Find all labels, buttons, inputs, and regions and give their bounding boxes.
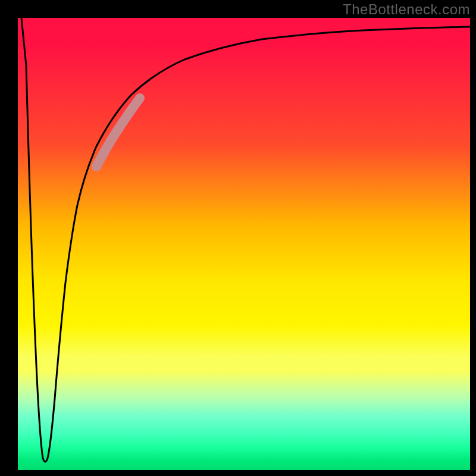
plot-area: [18, 18, 470, 470]
bottleneck-curve: [21, 18, 470, 462]
chart-frame: TheBottleneck.com: [0, 0, 476, 476]
watermark-text: TheBottleneck.com: [343, 1, 470, 18]
curve-layer: [18, 18, 470, 470]
highlight-segment: [96, 98, 140, 167]
